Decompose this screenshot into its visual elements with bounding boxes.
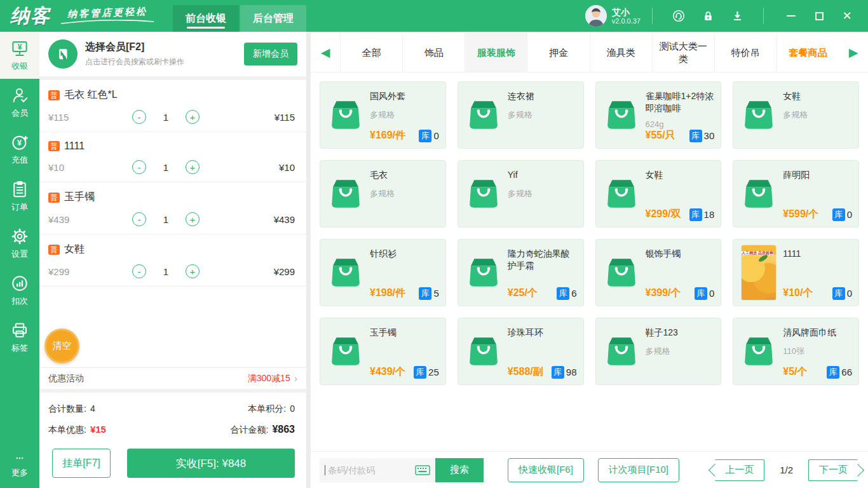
keyboard-icon[interactable] bbox=[415, 465, 430, 475]
tab-backend-admin[interactable]: 后台管理 bbox=[240, 5, 306, 32]
stock-badge-icon: 库 bbox=[832, 208, 845, 221]
product-card[interactable]: 薛明阳 ¥599/个 库 0 bbox=[733, 160, 859, 227]
category-tab[interactable]: 饰品 bbox=[402, 33, 465, 72]
shopping-bag-icon bbox=[740, 333, 777, 370]
lock-icon[interactable] bbox=[700, 8, 715, 24]
product-stock: 库 5 bbox=[419, 287, 438, 300]
product-price: ¥588/副 bbox=[508, 365, 543, 379]
increase-qty-button[interactable]: + bbox=[186, 212, 200, 226]
sidebar-item-cashier[interactable]: ¥ 收银 bbox=[0, 32, 39, 79]
add-member-button[interactable]: 新增会员 bbox=[244, 43, 297, 65]
download-icon[interactable] bbox=[729, 8, 745, 24]
product-card[interactable]: 珍珠耳环 ¥588/副 库 98 bbox=[458, 318, 584, 385]
shopping-bag-icon bbox=[740, 175, 777, 212]
decrease-qty-button[interactable]: - bbox=[132, 110, 146, 124]
hold-order-button[interactable]: 挂单[F7] bbox=[52, 449, 111, 478]
cart-item[interactable]: 普 玉手镯 ¥439 - 1 + ¥439 bbox=[39, 182, 306, 234]
promo-row[interactable]: 优惠活动 满300减15 › bbox=[39, 367, 306, 393]
category-tab[interactable]: 押金 bbox=[527, 33, 589, 72]
increase-qty-button[interactable]: + bbox=[186, 160, 200, 174]
maximize-button[interactable] bbox=[807, 5, 831, 27]
app-version: v2.0.0.37 bbox=[612, 17, 641, 25]
tab-front-cashier[interactable]: 前台收银 bbox=[173, 5, 239, 32]
member-icon bbox=[10, 86, 29, 105]
close-button[interactable]: ✕ bbox=[835, 5, 859, 27]
product-card[interactable]: 女鞋 ¥299/双 库 18 bbox=[595, 160, 722, 227]
barcode-input[interactable] bbox=[325, 465, 415, 475]
search-button[interactable]: 搜索 bbox=[435, 458, 484, 482]
sidebar-item-orders[interactable]: 订单 bbox=[0, 173, 39, 220]
quick-cashier-button[interactable]: 快速收银[F6] bbox=[508, 458, 584, 482]
product-name: Yif bbox=[508, 169, 577, 181]
minimize-button[interactable] bbox=[779, 5, 803, 27]
promo-value: 满300减15 bbox=[248, 373, 290, 384]
sidebar-item-label[interactable]: 标签 bbox=[0, 314, 39, 361]
product-card[interactable]: Yif 多规格 bbox=[458, 160, 584, 227]
catalog-panel: ◀ 全部 饰品 服装服饰 押金 渔具类 测试大类一类 特价吊 套餐商品 ▶ bbox=[311, 33, 868, 488]
cart-item[interactable]: 普 1111 ¥10 - 1 + ¥10 bbox=[39, 132, 306, 182]
product-card[interactable]: 国风外套 多规格 ¥169/件 库 0 bbox=[320, 81, 446, 149]
product-name: 隆力奇蛇油果酸护手霜 bbox=[508, 248, 577, 272]
product-card[interactable]: 毛衣 多规格 bbox=[320, 160, 446, 227]
product-card[interactable]: 隆力奇蛇油果酸护手霜 ¥25/个 库 6 bbox=[458, 239, 584, 306]
category-tab-label: 服装服饰 bbox=[477, 46, 515, 59]
sidebar-item-settings[interactable]: 设置 bbox=[0, 220, 39, 267]
cashier-icon: ¥ bbox=[10, 39, 29, 58]
product-spec: 多规格 bbox=[783, 109, 852, 121]
category-scroll-left-icon[interactable]: ◀ bbox=[311, 33, 340, 72]
category-scroll-right-icon[interactable]: ▶ bbox=[839, 33, 868, 72]
barcode-search-box[interactable] bbox=[320, 458, 435, 482]
product-card[interactable]: 银饰手镯 ¥399/个 库 0 bbox=[595, 239, 722, 306]
cart-item-name: 女鞋 bbox=[64, 243, 85, 256]
shopping-bag-icon bbox=[465, 254, 502, 291]
member-select-row[interactable]: 选择会员[F2] 点击进行会员搜索或刷卡操作 新增会员 bbox=[39, 32, 306, 80]
product-card[interactable]: 女鞋 多规格 bbox=[733, 81, 859, 149]
category-tab[interactable]: 特价吊 bbox=[714, 33, 776, 72]
shopping-bag-icon bbox=[465, 97, 502, 133]
settings-gear-icon bbox=[10, 227, 29, 246]
member-card-icon bbox=[48, 39, 78, 69]
product-card[interactable]: 鞋子123 多规格 bbox=[595, 318, 722, 385]
increase-qty-button[interactable]: + bbox=[186, 264, 200, 278]
increase-qty-button[interactable]: + bbox=[186, 110, 200, 124]
user-avatar[interactable] bbox=[585, 5, 607, 27]
cart-item[interactable]: 普 女鞋 ¥299 - 1 + ¥299 bbox=[39, 234, 306, 287]
category-tab[interactable]: 套餐商品 bbox=[776, 33, 839, 72]
sidebar-item-member[interactable]: 会员 bbox=[0, 79, 39, 126]
stock-badge-icon: 库 bbox=[419, 130, 431, 142]
next-page-button[interactable]: 下一页 bbox=[808, 459, 858, 481]
product-stock: 库 98 bbox=[552, 366, 577, 379]
cart-item-unit-price: ¥10 bbox=[48, 162, 104, 173]
product-card[interactable]: 清风牌面巾纸 110张 ¥5/个 库 66 bbox=[733, 318, 859, 385]
category-tab[interactable]: 服装服饰 bbox=[465, 33, 527, 72]
product-card[interactable]: 人工精选 品质超棒 1111 ¥10/个 库 0 bbox=[733, 239, 859, 306]
clear-cart-button[interactable]: 清空 bbox=[44, 329, 79, 363]
shopping-bag-icon bbox=[327, 175, 364, 212]
category-tab[interactable]: 渔具类 bbox=[590, 33, 652, 72]
decrease-qty-button[interactable]: - bbox=[132, 160, 146, 174]
category-tab[interactable]: 测试大类一类 bbox=[652, 33, 714, 72]
sidebar-item-more[interactable]: 更多 bbox=[0, 446, 39, 488]
shopping-bag-icon bbox=[603, 333, 640, 370]
melon-image bbox=[742, 255, 776, 300]
product-card[interactable]: 针织衫 ¥198/件 库 5 bbox=[320, 239, 446, 306]
checkout-button[interactable]: 实收[F5]: ¥848 bbox=[127, 449, 295, 478]
cart-item[interactable]: 普 毛衣 红色*L ¥115 - 1 + ¥115 bbox=[39, 80, 306, 132]
counting-item-button[interactable]: 计次项目[F10] bbox=[598, 458, 679, 482]
product-card[interactable]: 连衣裙 多规格 bbox=[458, 81, 584, 149]
support-headset-icon[interactable] bbox=[671, 8, 686, 24]
product-spec: 624g bbox=[646, 119, 715, 129]
total-amount-value: ¥863 bbox=[272, 424, 295, 435]
prev-page-button[interactable]: 上一页 bbox=[715, 459, 764, 481]
decrease-qty-button[interactable]: - bbox=[132, 264, 146, 278]
category-tab[interactable]: 全部 bbox=[340, 33, 402, 72]
sidebar-item-punch-count[interactable]: 扣次 bbox=[0, 267, 39, 314]
product-card[interactable]: 玉手镯 ¥439/个 库 25 bbox=[320, 318, 446, 385]
product-card[interactable]: 雀巢咖啡1+2特浓 即溶咖啡 624g ¥55/只 库 30 bbox=[595, 81, 722, 149]
product-stock: 库 25 bbox=[414, 366, 439, 379]
decrease-qty-button[interactable]: - bbox=[132, 212, 146, 226]
points-label: 本单积分: bbox=[248, 403, 286, 414]
sidebar-item-recharge[interactable]: ¥ 充值 bbox=[0, 126, 39, 173]
slogan-underline bbox=[60, 20, 155, 25]
product-stock: 库 6 bbox=[557, 287, 576, 300]
